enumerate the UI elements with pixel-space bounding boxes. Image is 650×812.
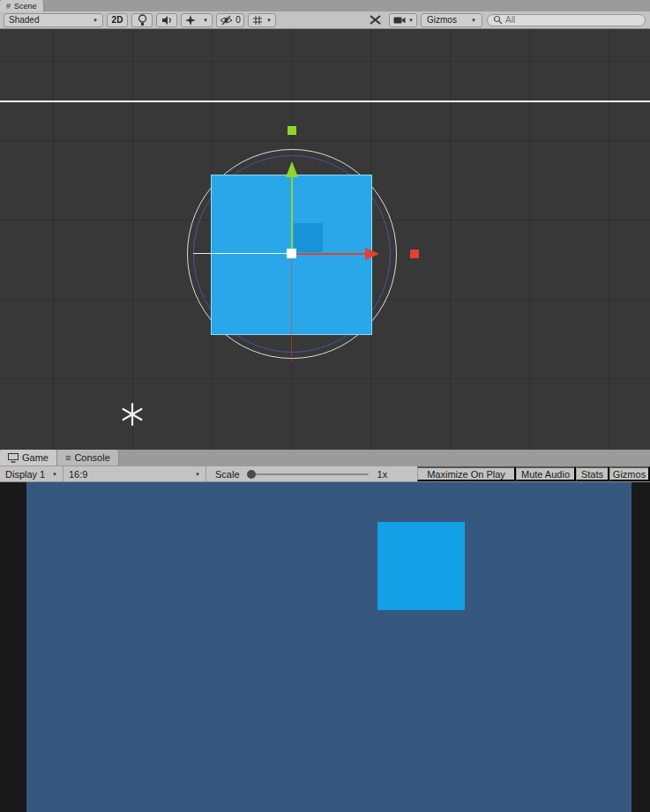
grid-icon xyxy=(252,15,263,26)
tab-game[interactable]: Game xyxy=(0,450,57,466)
display-target-dropdown[interactable]: Display 1 ▼ xyxy=(0,466,64,481)
move-gizmo-x-arrowhead-icon[interactable] xyxy=(365,248,379,260)
sparkle-icon xyxy=(185,15,196,26)
search-filter-value: All xyxy=(505,15,515,25)
tab-scene[interactable]: # Scene xyxy=(0,0,44,11)
move-gizmo-x-handle[interactable] xyxy=(410,250,419,258)
scene-tools-button[interactable] xyxy=(364,13,385,27)
stats-button[interactable]: Stats xyxy=(576,466,609,481)
tools-icon xyxy=(369,14,382,26)
move-gizmo-y-handle[interactable] xyxy=(288,126,296,135)
display-target-value: Display 1 xyxy=(5,469,45,480)
tab-console-label: Console xyxy=(74,452,109,463)
scale-control: Scale 1x xyxy=(206,466,387,481)
game-sprite xyxy=(377,522,465,610)
chevron-down-icon: ▼ xyxy=(93,18,98,23)
aspect-ratio-value: 16:9 xyxy=(69,469,87,480)
scene-effects-dropdown[interactable]: ▼ xyxy=(181,13,213,27)
tab-game-label: Game xyxy=(22,452,49,463)
game-gizmos-button[interactable]: Gizmos xyxy=(609,466,650,481)
move-gizmo-center-handle[interactable] xyxy=(287,249,296,258)
camera-icon xyxy=(393,16,406,25)
game-panel: Game ≡ Console Display 1 ▼ 16:9 ▼ Scale xyxy=(0,450,650,812)
tab-scene-label: Scene xyxy=(14,2,37,11)
particle-asterisk-gizmo-icon[interactable] xyxy=(120,402,145,427)
game-tab-icon xyxy=(8,453,19,463)
search-icon xyxy=(493,15,503,25)
2d-mode-toggle[interactable]: 2D xyxy=(107,13,128,27)
eye-slash-icon xyxy=(220,15,233,26)
game-toolbar-buttons: Maximize On Play Mute Audio Stats Gizmos xyxy=(417,466,650,481)
scene-viewport[interactable] xyxy=(0,29,650,450)
scene-visibility-toggle[interactable]: 0 xyxy=(216,13,244,27)
scene-toolbar: Shaded ▼ 2D ▼ xyxy=(0,11,650,29)
chevron-down-icon: ▼ xyxy=(408,18,414,23)
chevron-down-icon: ▼ xyxy=(203,18,208,23)
scene-panel: # Scene Shaded ▼ 2D xyxy=(0,0,650,450)
unity-editor-window: # Scene Shaded ▼ 2D xyxy=(0,0,650,812)
game-tab-strip: Game ≡ Console xyxy=(0,450,650,466)
game-viewport xyxy=(0,482,650,812)
scene-grid-icon: # xyxy=(6,2,11,11)
scale-label: Scale xyxy=(215,469,240,480)
game-toolbar: Display 1 ▼ 16:9 ▼ Scale 1x Maximize On … xyxy=(0,466,650,482)
tab-console[interactable]: ≡ Console xyxy=(57,450,119,466)
chevron-down-icon: ▼ xyxy=(266,18,272,23)
shading-mode-label: Shaded xyxy=(9,15,39,25)
scene-camera-dropdown[interactable]: ▼ xyxy=(389,13,417,27)
scene-search-field[interactable]: All xyxy=(487,14,646,26)
pivot-crosshair-vertical xyxy=(291,254,292,361)
move-gizmo-x-axis[interactable] xyxy=(292,253,366,255)
speaker-icon xyxy=(161,15,173,26)
aspect-ratio-dropdown[interactable]: 16:9 ▼ xyxy=(64,466,206,481)
chevron-down-icon: ▼ xyxy=(471,18,476,23)
child-sprite[interactable] xyxy=(294,223,323,252)
camera-render-area xyxy=(26,482,631,812)
scene-audio-toggle[interactable] xyxy=(156,13,177,27)
scene-tab-strip: # Scene xyxy=(0,0,650,11)
mute-audio-button[interactable]: Mute Audio xyxy=(516,466,576,481)
hidden-object-count: 0 xyxy=(235,15,241,25)
scene-gizmos-label: Gizmos xyxy=(427,15,457,25)
scale-value: 1x xyxy=(377,469,388,480)
move-gizmo-y-axis[interactable] xyxy=(291,176,293,254)
scale-slider-handle[interactable] xyxy=(247,470,256,479)
scene-lighting-toggle[interactable] xyxy=(131,13,153,27)
scale-slider[interactable] xyxy=(247,473,369,475)
chevron-down-icon: ▼ xyxy=(195,472,200,477)
maximize-on-play-button[interactable]: Maximize On Play xyxy=(417,466,516,481)
pivot-crosshair-horizontal xyxy=(193,253,292,254)
move-gizmo-y-arrowhead-icon[interactable] xyxy=(286,161,298,177)
light-bulb-icon xyxy=(138,14,147,26)
scene-gizmos-dropdown[interactable]: Gizmos ▼ xyxy=(421,13,482,27)
chevron-down-icon: ▼ xyxy=(52,472,57,477)
edge-line-gizmo xyxy=(0,101,650,102)
grid-settings-dropdown[interactable]: ▼ xyxy=(248,13,276,27)
console-tab-icon: ≡ xyxy=(65,452,71,463)
shading-mode-dropdown[interactable]: Shaded ▼ xyxy=(4,13,103,27)
